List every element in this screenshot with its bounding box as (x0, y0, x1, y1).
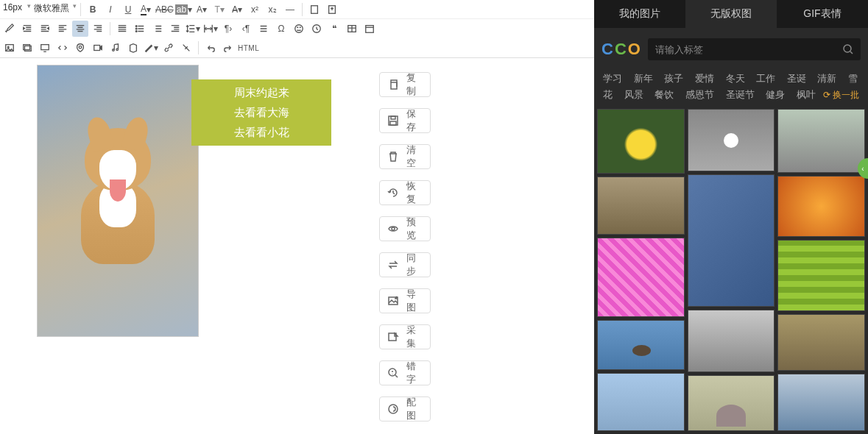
gallery-thumbnail[interactable] (777, 240, 865, 311)
tag-item[interactable]: 风景 (624, 89, 643, 100)
svg-rect-17 (94, 46, 100, 51)
list-ul-button[interactable] (132, 21, 148, 37)
tag-item[interactable]: 餐饮 (654, 89, 674, 100)
tag-item[interactable]: 冬天 (726, 73, 745, 84)
refresh-tags-button[interactable]: ⟳ 换一批 (823, 87, 859, 103)
highlight-button[interactable]: ▾ (143, 40, 159, 56)
gallery-thumbnail[interactable] (597, 320, 685, 371)
tag-item[interactable]: 学习 (603, 73, 622, 84)
align-justify-button[interactable] (114, 21, 130, 37)
tag-item[interactable]: 感恩节 (685, 89, 714, 100)
list-ol-button[interactable] (149, 21, 166, 37)
music-button[interactable] (107, 40, 124, 56)
tag-item[interactable]: 爱情 (695, 73, 714, 84)
font-color-button[interactable]: A▾ (138, 1, 154, 18)
italic-button[interactable]: I (102, 1, 119, 18)
indent-right-button[interactable] (37, 21, 53, 37)
tag-search-input[interactable] (648, 38, 836, 60)
tab-gif[interactable]: GIF表情 (777, 0, 868, 28)
new-doc-button[interactable] (306, 1, 322, 18)
line-height-button[interactable]: ▾ (185, 21, 201, 37)
typo-check-button[interactable]: 错字 (379, 360, 431, 385)
video-button[interactable] (90, 40, 106, 56)
gallery-thumbnail[interactable] (597, 177, 685, 235)
unlink-button[interactable] (178, 40, 194, 56)
text-format-button[interactable]: T▾ (211, 1, 227, 18)
save-button[interactable]: 保存 (379, 108, 431, 133)
table-button[interactable] (344, 21, 360, 37)
action-column: 复制 保存 清空 恢复 预览 同步 导图 采集 错字 配图 (379, 72, 431, 421)
tag-item[interactable]: 清新 (817, 73, 836, 84)
restore-button[interactable]: 恢复 (379, 180, 431, 205)
clear-button[interactable]: 清空 (379, 144, 431, 169)
gallery-thumbnail[interactable] (688, 109, 775, 171)
code-button[interactable] (54, 40, 71, 56)
border-style-button[interactable]: A▾ (194, 1, 210, 18)
font-size-select[interactable]: 16px (1, 2, 31, 17)
gallery-thumbnail[interactable] (688, 174, 775, 307)
sync-button[interactable]: 同步 (379, 252, 431, 277)
ltr-button[interactable]: ¶› (220, 21, 236, 37)
gallery-thumbnail[interactable] (597, 238, 685, 317)
clock-button[interactable] (308, 21, 325, 37)
gallery-thumbnail[interactable] (688, 310, 775, 372)
quote-button[interactable]: ❝ (326, 21, 342, 37)
inserted-image[interactable] (37, 65, 199, 337)
tag-item[interactable]: 工作 (756, 73, 775, 84)
hr-button[interactable]: — (282, 1, 298, 18)
subscript-button[interactable]: x₂ (264, 1, 280, 18)
brush-button[interactable] (1, 21, 18, 37)
omega-button[interactable]: Ω (273, 21, 289, 37)
copy-button[interactable]: 复制 (379, 72, 431, 97)
collect-button[interactable]: 采集 (379, 324, 431, 349)
gallery-thumbnail[interactable] (777, 109, 865, 173)
calendar-button[interactable] (361, 21, 378, 37)
rtl-button[interactable]: ‹¶ (238, 21, 254, 37)
location-button[interactable] (72, 40, 88, 56)
underline-button[interactable]: U (120, 1, 136, 18)
tag-item[interactable]: 孩子 (664, 73, 683, 84)
html-source-button[interactable]: HTML (238, 40, 259, 56)
gallery-thumbnail[interactable] (597, 373, 685, 431)
search-icon[interactable] (836, 38, 861, 60)
align-center-button[interactable] (72, 21, 88, 37)
undo-button[interactable] (202, 40, 219, 56)
gallery-thumbnail[interactable] (597, 109, 685, 174)
bg-color-button[interactable]: ab▾ (175, 1, 192, 18)
preview-button[interactable]: 预览 (379, 216, 431, 241)
export-image-button[interactable]: 导图 (379, 288, 431, 313)
link-button[interactable] (160, 40, 177, 56)
gallery-thumbnail[interactable] (777, 176, 865, 236)
bold-button[interactable]: B (85, 1, 101, 18)
indent-left-button[interactable] (19, 21, 35, 37)
export-button[interactable] (324, 1, 340, 18)
letter-spacing-button[interactable]: ▾ (202, 21, 219, 37)
tag-item[interactable]: 圣诞节 (726, 89, 755, 100)
tag-item[interactable]: 健身 (766, 89, 785, 100)
tag-item[interactable]: 圣诞 (787, 73, 806, 84)
images-button[interactable] (19, 40, 35, 56)
tab-my-images[interactable]: 我的图片 (594, 0, 685, 28)
auto-image-button[interactable]: 配图 (379, 396, 431, 421)
text-overlay[interactable]: 周末约起来 去看看大海 去看看小花 (191, 79, 331, 146)
clear-format-button[interactable]: A̶▾ (229, 1, 245, 18)
format-list-button[interactable] (255, 21, 272, 37)
emoji-button[interactable] (291, 21, 307, 37)
attachment-button[interactable] (125, 40, 141, 56)
image-button[interactable] (1, 40, 18, 56)
svg-point-29 (389, 405, 398, 413)
align-right-button[interactable] (90, 21, 106, 37)
font-family-select[interactable]: 微软雅黑 (32, 2, 77, 17)
tag-item[interactable]: 新年 (634, 73, 653, 84)
outdent-button[interactable] (167, 21, 183, 37)
gallery-thumbnail[interactable] (688, 375, 775, 431)
screen-button[interactable] (37, 40, 53, 56)
gallery-thumbnail[interactable] (777, 374, 865, 431)
tab-cc0-images[interactable]: 无版权图 (685, 0, 777, 28)
tag-item[interactable]: 枫叶 (797, 89, 816, 100)
align-left-button[interactable] (54, 21, 71, 37)
strikethrough-button[interactable]: ABC (155, 1, 174, 18)
gallery-thumbnail[interactable] (777, 314, 865, 371)
superscript-button[interactable]: x² (247, 1, 263, 18)
redo-button[interactable] (220, 40, 236, 56)
